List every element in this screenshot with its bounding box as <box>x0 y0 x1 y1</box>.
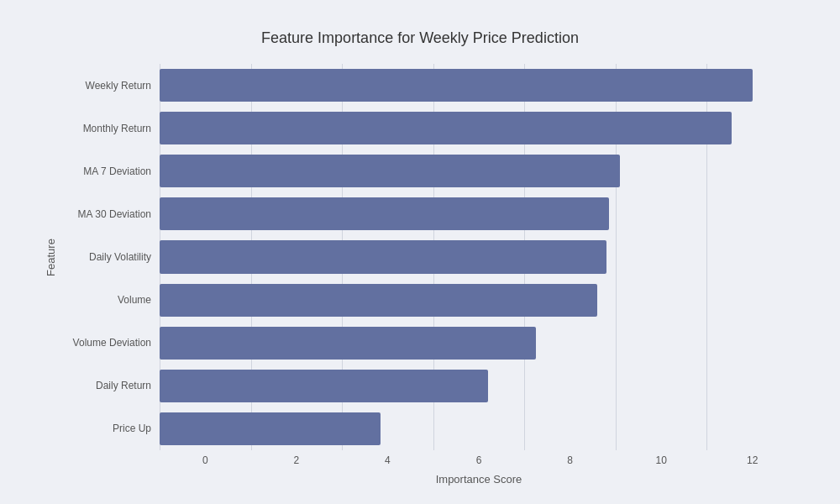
y-axis-label-container: Feature <box>42 64 59 450</box>
bar <box>160 112 732 144</box>
plot-area <box>160 64 798 450</box>
bar-row <box>160 279 798 322</box>
x-tick-label: 0 <box>160 454 251 466</box>
y-axis-label: Feature <box>45 239 57 276</box>
y-tick-label: Price Up <box>59 407 151 450</box>
x-tick-label: 4 <box>342 454 433 466</box>
y-tick-label: Daily Return <box>59 365 151 407</box>
bar-row <box>160 64 798 107</box>
bar <box>160 69 753 102</box>
bar <box>160 412 381 445</box>
y-tick-label: MA 30 Deviation <box>59 192 151 235</box>
y-tick-label: Weekly Return <box>59 64 151 107</box>
bar <box>160 284 597 317</box>
bar <box>160 370 488 402</box>
bar-row <box>160 365 798 407</box>
chart-area: Feature Weekly ReturnMonthly ReturnMA 7 … <box>42 64 798 450</box>
y-tick-label: Monthly Return <box>59 107 151 150</box>
y-axis: Weekly ReturnMonthly ReturnMA 7 Deviatio… <box>59 64 160 450</box>
bar-row <box>160 322 798 365</box>
y-tick-label: Volume Deviation <box>59 322 151 365</box>
x-tick-label: 6 <box>433 454 525 466</box>
y-tick-label: Volume <box>59 279 151 322</box>
bar-row <box>160 150 798 192</box>
x-tick-label: 2 <box>251 454 343 466</box>
bars-container <box>160 64 798 450</box>
chart-title: Feature Importance for Weekly Price Pred… <box>42 29 798 47</box>
y-tick-label: MA 7 Deviation <box>59 150 151 192</box>
x-axis: 024681012 <box>160 454 798 466</box>
bar-row <box>160 235 798 278</box>
bar <box>160 155 620 187</box>
x-tick-label: 10 <box>616 454 707 466</box>
bar-row <box>160 192 798 235</box>
x-tick-label: 12 <box>706 454 798 466</box>
chart-container: Feature Importance for Weekly Price Pred… <box>17 13 823 491</box>
x-axis-label: Importance Score <box>160 473 798 486</box>
x-tick-label: 8 <box>524 454 616 466</box>
bar <box>160 327 536 360</box>
bar <box>160 240 606 273</box>
bar-row <box>160 107 798 150</box>
y-tick-label: Daily Volatility <box>59 235 151 278</box>
bar <box>160 197 609 230</box>
bar-row <box>160 407 798 450</box>
